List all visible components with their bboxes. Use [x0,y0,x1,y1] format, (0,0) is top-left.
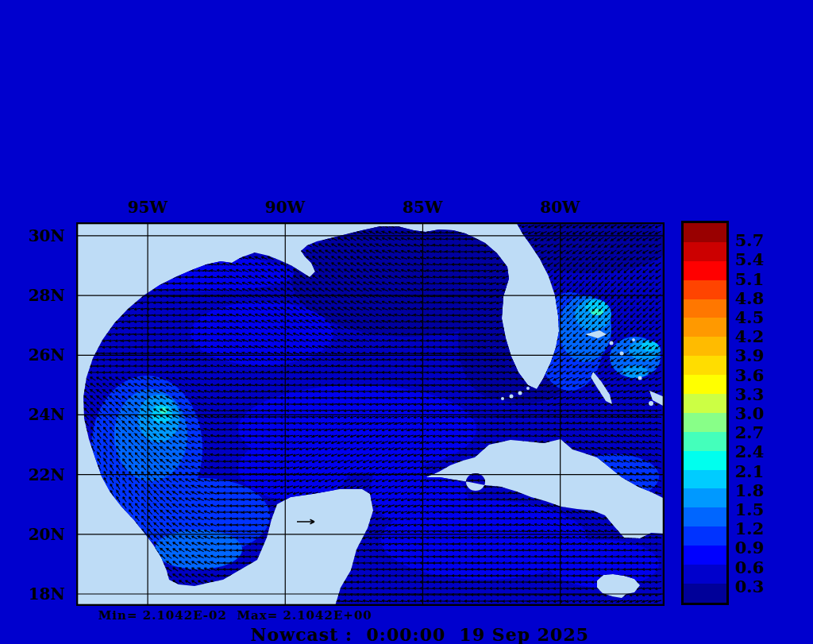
colorbar-segment [684,375,726,394]
island [620,352,624,356]
colorbar-tick-label: 3.9 [735,347,765,364]
colorbar-segment [684,337,726,356]
y-tick-label: 30N [17,228,65,244]
y-tick-label: 22N [17,467,65,483]
colorbar-segment [684,451,726,470]
colorbar-segment [684,565,726,584]
colorbar-segment [684,432,726,451]
colorbar-segment [684,223,726,242]
colorbar-segment [684,394,726,413]
y-tick-label: 26N [17,347,65,363]
y-tick-label: 20N [17,526,65,542]
ocean-contour-patch [641,341,658,351]
map-plot: 1 dyne/cm² [76,222,665,606]
x-tick-label: 90W [265,199,305,215]
colorbar-tick-label: 1.5 [735,501,765,518]
colorbar-tick-label: 3.0 [735,405,765,422]
x-tick-label: 85W [403,199,442,215]
colorbar-tick-label: 2.1 [735,462,765,479]
island [649,401,653,406]
colorbar-segment [684,356,726,375]
island [510,395,514,399]
island [632,338,635,341]
nowcast-title: Nowcast : 0:00:00 19 Sep 2025 [251,624,590,644]
colorbar-tick-label: 4.5 [735,309,765,326]
colorbar-segment [684,507,726,526]
colorbar-tick-label: 3.6 [735,366,765,383]
colorbar-segment [684,280,726,299]
y-tick-label: 28N [17,287,65,303]
colorbar-tick-label: 1.8 [735,481,765,498]
colorbar-tick-label: 2.7 [735,424,765,441]
colorbar-tick-label: 1.2 [735,520,765,537]
colorbar-segment [684,318,726,337]
colorbar-tick-label: 4.2 [735,328,765,345]
colorbar-tick-label: 2.4 [735,443,765,460]
colorbar-tick-label: 0.6 [735,558,765,575]
colorbar-segment [684,299,726,318]
y-tick-label: 18N [17,586,65,602]
colorbar-tick-label: 0.3 [735,577,765,594]
colorbar-segment [684,526,726,546]
y-tick-label: 24N [17,407,65,422]
colorbar-tick-label: 3.3 [735,385,765,402]
colorbar-tick-label: 4.8 [735,289,765,306]
minmax-annotation: Min= 2.1042E-02 Max= 2.1042E+00 [98,608,372,623]
figure-window: { "window": { "background_color": "#0000… [0,0,813,644]
island [526,387,530,390]
island [638,376,642,380]
ocean-contour-patch [152,404,172,423]
island [610,341,614,345]
colorbar-tick-label: 0.9 [735,539,765,556]
colorbar-segment [684,261,726,280]
colorbar-segment [684,242,726,261]
colorbar-segment [684,470,726,489]
x-tick-label: 95W [128,199,168,215]
colorbar [681,221,729,605]
colorbar-segment [684,546,726,565]
colorbar-tick-label: 5.7 [735,232,765,249]
island [501,397,504,400]
colorbar-tick-label: 5.1 [735,270,765,287]
colorbar-tick-label: 5.4 [735,251,765,268]
colorbar-segment [684,488,726,507]
x-tick-label: 80W [541,199,580,215]
colorbar-segment [684,413,726,432]
gulf-of-mexico-map [76,222,665,606]
island [518,391,522,395]
colorbar-segment [684,584,726,603]
